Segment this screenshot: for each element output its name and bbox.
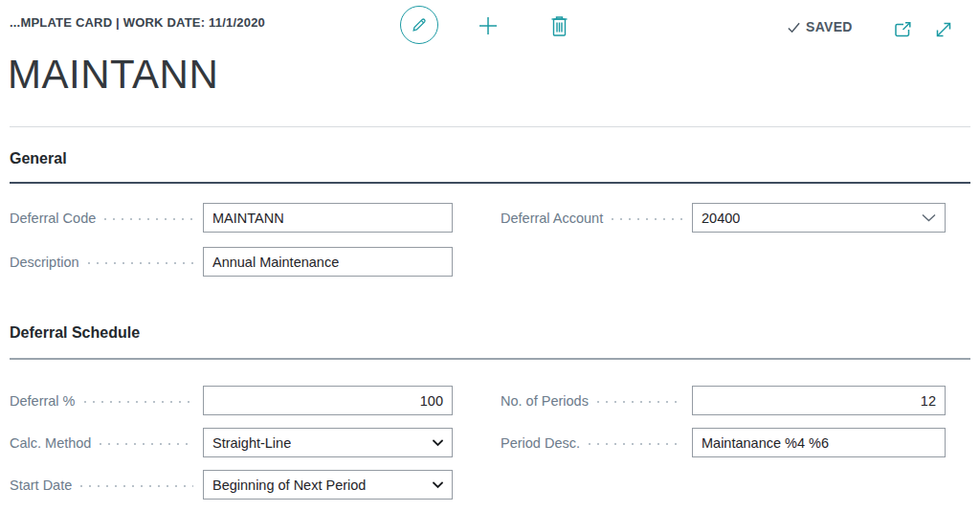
new-button[interactable] [478,15,499,36]
delete-button[interactable] [549,14,569,37]
chevron-down-icon [433,481,443,489]
calc-method-value: Straight-Line [212,435,291,451]
start-date-select[interactable]: Beginning of Next Period [203,470,453,500]
field-deferral-percent: Deferral % [10,386,453,415]
pencil-icon [410,15,429,34]
field-description: Description [10,247,453,277]
save-status: SAVED [787,19,853,34]
dotted-leader [612,218,682,220]
dotted-leader [100,443,193,445]
dotted-leader [88,262,193,264]
title-divider [10,126,970,127]
save-status-label: SAVED [806,19,853,34]
field-no-of-periods: No. of Periods [501,386,946,415]
start-date-value: Beginning of Next Period [212,478,366,493]
open-in-new-window-button[interactable] [893,21,913,39]
chevron-down-icon [922,213,936,222]
field-start-date: Start Date Beginning of Next Period [10,470,453,500]
trash-icon [549,14,569,37]
section-heading-general[interactable]: General [10,149,970,184]
expand-diagonal-icon [934,20,953,39]
edit-button[interactable] [400,6,438,44]
deferral-percent-label: Deferral % [10,393,76,409]
dotted-leader [80,485,193,487]
breadcrumb: ...MPLATE CARD | WORK DATE: 11/1/2020 [10,15,265,30]
period-desc-input[interactable] [692,428,946,457]
plus-icon [478,15,499,36]
section-heading-deferral-schedule[interactable]: Deferral Schedule [10,323,970,360]
deferral-code-input[interactable] [203,203,453,233]
period-desc-label: Period Desc. [501,435,580,451]
open-in-new-window-icon [893,21,913,39]
field-period-desc: Period Desc. [501,428,946,457]
fullscreen-button[interactable] [934,20,953,39]
chevron-down-icon [433,439,443,447]
start-date-label: Start Date [10,478,72,493]
dotted-leader [104,218,193,220]
deferral-code-label: Deferral Code [10,211,96,226]
description-input[interactable] [203,247,453,277]
field-calc-method: Calc. Method Straight-Line [10,428,453,457]
page-title: MAINTANN [8,52,218,98]
dotted-leader [589,443,682,445]
deferral-account-value: 20400 [702,211,740,226]
calc-method-label: Calc. Method [10,435,91,451]
dotted-leader [597,401,682,403]
calc-method-select[interactable]: Straight-Line [203,428,453,457]
section-deferral-schedule: Deferral Schedule Deferral % No. of Peri… [10,323,970,500]
deferral-account-label: Deferral Account [501,211,603,226]
dotted-leader [84,401,194,403]
deferral-percent-input[interactable] [203,386,453,415]
deferral-account-combobox[interactable]: 20400 [692,203,946,233]
field-deferral-account: Deferral Account 20400 [501,203,946,233]
section-general: General Deferral Code Deferral Account 2… [10,149,970,277]
no-of-periods-input[interactable] [692,386,946,415]
check-icon [787,20,801,34]
field-deferral-code: Deferral Code [10,203,453,233]
description-label: Description [10,255,79,270]
no-of-periods-label: No. of Periods [501,393,589,409]
